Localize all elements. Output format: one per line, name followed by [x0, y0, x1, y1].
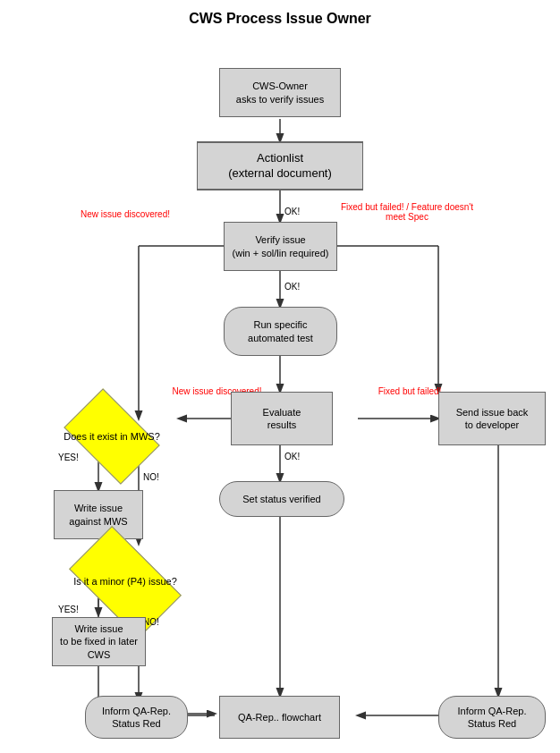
- inform-red-right-node: Inform QA-Rep. Status Red: [438, 696, 546, 739]
- ok1-label: OK!: [284, 207, 300, 216]
- inform-red-left-node: Inform QA-Rep. Status Red: [85, 696, 188, 739]
- write-mws-node: Write issue against MWS: [54, 490, 143, 539]
- run-test-node: Run specific automated test: [224, 307, 337, 356]
- evaluate-node: Evaluate results: [231, 392, 333, 445]
- new-issue1-label: New issue discovered!: [72, 209, 179, 219]
- fixed-failed1-label: Fixed but failed! / Feature doesn't meet…: [335, 202, 479, 222]
- verify-issue-node: Verify issue (win + sol/lin required): [224, 222, 337, 271]
- qa-flowchart-node: QA-Rep.. flowchart: [219, 696, 340, 739]
- is-minor-diamond: Is it a minor (P4) issue?: [54, 539, 197, 624]
- does-exist-diamond: Does it exist in MWS?: [54, 396, 170, 477]
- set-status-node: Set status verified: [219, 481, 344, 517]
- actionlist-node: Actionlist (external document): [197, 141, 363, 190]
- cws-owner-node: CWS-Owner asks to verify issues: [219, 68, 341, 117]
- ok3-label: OK!: [284, 452, 300, 461]
- page-title: CWS Process Issue Owner: [0, 0, 560, 34]
- write-later-node: Write issue to be fixed in later CWS: [52, 617, 146, 666]
- send-back-node: Send issue back to developer: [438, 392, 546, 445]
- ok2-label: OK!: [284, 282, 300, 292]
